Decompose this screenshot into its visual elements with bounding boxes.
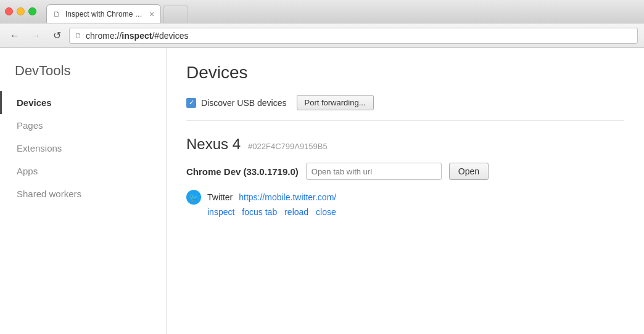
twitter-icon: 🐦 — [186, 190, 201, 205]
content-area: DevTools Devices Pages Extensions Apps S… — [0, 48, 644, 334]
active-tab[interactable]: 🗋 Inspect with Chrome Devel × — [46, 4, 161, 23]
chrome-dev-label: Chrome Dev (33.0.1719.0) — [186, 166, 299, 177]
tab-page-icon: 🗋 — [53, 10, 62, 18]
port-forwarding-button[interactable]: Port forwarding... — [297, 95, 374, 110]
tab-bar: 🗋 Inspect with Chrome Devel × — [46, 0, 188, 23]
twitter-tab-url[interactable]: https://mobile.twitter.com/ — [239, 192, 336, 202]
address-icon: 🗋 — [75, 31, 82, 40]
sidebar-item-devices[interactable]: Devices — [0, 91, 166, 114]
open-tab-button[interactable]: Open — [449, 163, 489, 180]
reload-button[interactable]: ↺ — [48, 27, 65, 44]
twitter-tab-actions: inspect focus tab reload close — [186, 207, 624, 217]
nav-bar: ← → ↺ 🗋 chrome://inspect/#devices — [0, 23, 644, 48]
address-text: chrome://inspect/#devices — [86, 31, 189, 41]
discover-usb-checkbox[interactable]: ✓ — [186, 98, 196, 108]
close-window-button[interactable] — [5, 7, 13, 15]
device-header: Nexus 4 #022F4C799A9159B5 — [186, 136, 624, 153]
sidebar-item-shared-workers[interactable]: Shared workers — [0, 182, 166, 205]
open-tab-url-input[interactable] — [306, 163, 442, 180]
url-plain: chrome:// — [86, 31, 122, 41]
chrome-dev-row: Chrome Dev (33.0.1719.0) Open — [186, 163, 624, 180]
sidebar-item-apps[interactable]: Apps — [0, 160, 166, 182]
forward-button[interactable]: → — [27, 27, 44, 44]
twitter-tab-name: Twitter — [207, 192, 233, 202]
maximize-window-button[interactable] — [28, 7, 36, 15]
device-id: #022F4C799A9159B5 — [248, 142, 328, 151]
device-name: Nexus 4 — [186, 136, 241, 153]
tab-close-button[interactable]: × — [149, 10, 154, 18]
url-after: /#devices — [152, 31, 188, 41]
url-bold: inspect — [122, 31, 152, 41]
sidebar: DevTools Devices Pages Extensions Apps S… — [0, 48, 167, 334]
twitter-tab-row: 🐦 Twitter https://mobile.twitter.com/ — [186, 190, 624, 205]
minimize-window-button[interactable] — [17, 7, 25, 15]
main-content: Devices ✓ Discover USB devices Port forw… — [167, 48, 644, 334]
title-bar: 🗋 Inspect with Chrome Devel × — [0, 0, 644, 23]
devtools-title: DevTools — [0, 63, 166, 91]
reload-link[interactable]: reload — [284, 207, 308, 217]
focus-tab-link[interactable]: focus tab — [242, 207, 277, 217]
close-link[interactable]: close — [316, 207, 336, 217]
tab-title: Inspect with Chrome Devel — [65, 10, 146, 18]
traffic-lights — [5, 7, 36, 15]
address-bar[interactable]: 🗋 chrome://inspect/#devices — [69, 28, 638, 44]
back-button[interactable]: ← — [6, 27, 23, 44]
discover-usb-text: Discover USB devices — [201, 98, 287, 108]
sidebar-item-pages[interactable]: Pages — [0, 114, 166, 137]
new-tab-button[interactable] — [163, 6, 188, 23]
page-title: Devices — [186, 63, 624, 83]
discover-usb-label[interactable]: ✓ Discover USB devices — [186, 98, 287, 108]
discover-usb-row: ✓ Discover USB devices Port forwarding..… — [186, 95, 624, 121]
sidebar-item-extensions[interactable]: Extensions — [0, 137, 166, 160]
inspect-link[interactable]: inspect — [207, 207, 234, 217]
